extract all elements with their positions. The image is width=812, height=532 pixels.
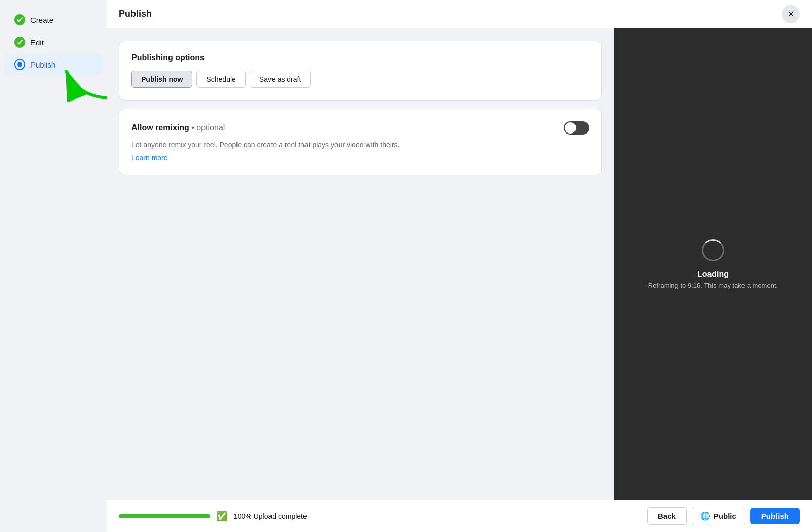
progress-fill xyxy=(119,514,210,518)
full-dialog: Publish ✕ Publishing options Publish now… xyxy=(107,0,812,532)
tab-save-as-draft[interactable]: Save as draft xyxy=(250,71,311,88)
upload-status: ✅ 100% Upload complete xyxy=(119,511,307,522)
bottom-bar: ✅ 100% Upload complete Back 🌐 Public Pub… xyxy=(107,500,812,532)
back-button[interactable]: Back xyxy=(647,507,687,525)
upload-check-icon: ✅ xyxy=(216,511,227,522)
bottom-actions: Back 🌐 Public Publish xyxy=(647,507,800,525)
create-icon xyxy=(14,14,25,25)
remixing-optional: • optional xyxy=(191,123,225,132)
remixing-card: Allow remixing • optional Let anyone rem… xyxy=(119,109,602,175)
edit-icon xyxy=(14,37,25,48)
publish-button[interactable]: Publish xyxy=(750,508,800,524)
remixing-title-group: Allow remixing • optional xyxy=(131,123,225,132)
sidebar: Create Edit Publish xyxy=(0,0,107,532)
toggle-knob xyxy=(565,122,576,134)
publishing-options-card: Publishing options Publish now Schedule … xyxy=(119,41,602,101)
left-panel: Publishing options Publish now Schedule … xyxy=(107,28,614,500)
publishing-tabs: Publish now Schedule Save as draft xyxy=(131,71,589,88)
close-button[interactable]: ✕ xyxy=(782,5,800,23)
globe-icon: 🌐 xyxy=(700,511,710,521)
loading-label: Loading xyxy=(697,270,729,279)
dialog-title: Publish xyxy=(119,9,152,19)
public-button[interactable]: 🌐 Public xyxy=(692,507,745,525)
remixing-header: Allow remixing • optional xyxy=(131,121,589,135)
dialog-body: Publishing options Publish now Schedule … xyxy=(107,28,812,500)
sidebar-item-create-label: Create xyxy=(30,16,53,24)
learn-more-link[interactable]: Learn more xyxy=(131,154,168,162)
tab-schedule[interactable]: Schedule xyxy=(196,71,245,88)
page-wrapper: Create Edit Publish xyxy=(0,0,812,532)
remixing-description: Let anyone remix your reel. People can c… xyxy=(131,140,589,150)
progress-bar xyxy=(119,514,210,518)
sidebar-item-publish-label: Publish xyxy=(30,60,55,69)
public-label: Public xyxy=(714,512,736,520)
loading-sub-label: Reframing to 9:16. This may take a momen… xyxy=(648,282,778,289)
remixing-title: Allow remixing xyxy=(131,123,189,132)
sidebar-item-edit-label: Edit xyxy=(30,38,44,47)
sidebar-item-publish[interactable]: Publish xyxy=(4,54,103,75)
sidebar-item-edit[interactable]: Edit xyxy=(4,31,103,53)
upload-label: 100% Upload complete xyxy=(233,512,307,520)
publish-step-icon xyxy=(14,59,25,70)
remixing-toggle[interactable] xyxy=(564,121,589,135)
tab-publish-now[interactable]: Publish now xyxy=(131,71,192,88)
sidebar-item-create[interactable]: Create xyxy=(4,9,103,30)
video-preview-panel: Loading Reframing to 9:16. This may take… xyxy=(614,28,812,500)
dialog-header: Publish ✕ xyxy=(107,0,812,28)
publishing-options-title: Publishing options xyxy=(131,53,589,62)
loading-spinner xyxy=(702,239,724,261)
